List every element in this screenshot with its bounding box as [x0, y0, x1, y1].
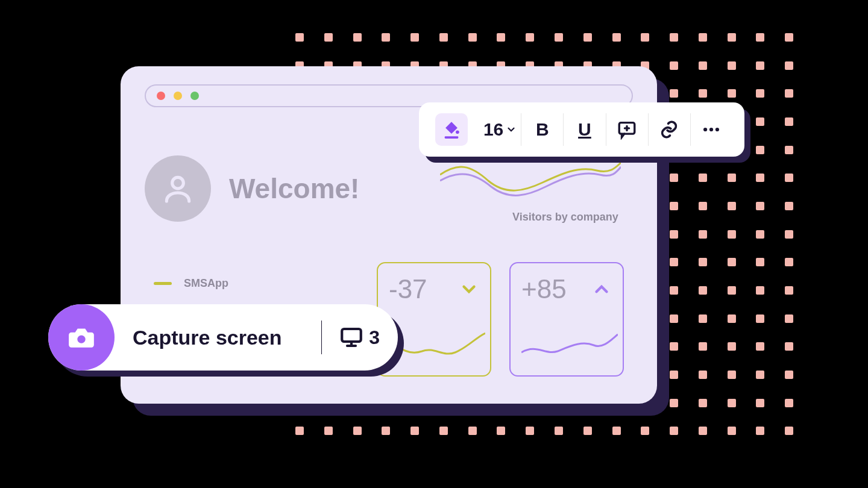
- chart-caption: Visitors by company: [512, 211, 618, 224]
- comment-add-icon: [617, 119, 637, 140]
- stat-trend-sparkline: [521, 322, 618, 364]
- chart-legend: SMSApp: [154, 277, 228, 290]
- comment-button[interactable]: [606, 113, 649, 146]
- avatar[interactable]: [145, 155, 211, 222]
- svg-point-4: [703, 128, 707, 131]
- stat-value: -37: [389, 274, 427, 304]
- screen-count-value: 3: [369, 327, 380, 349]
- traffic-light-maximize-icon[interactable]: [190, 92, 199, 100]
- screen-count[interactable]: 3: [339, 325, 380, 350]
- divider: [321, 321, 322, 354]
- chevron-up-icon: [591, 279, 612, 299]
- svg-point-0: [172, 177, 184, 189]
- underline-icon: U: [578, 119, 591, 140]
- user-icon: [161, 172, 195, 205]
- traffic-light-minimize-icon[interactable]: [174, 92, 182, 100]
- font-size-selector[interactable]: 16: [479, 113, 521, 146]
- text-format-toolbar: 16 B U: [419, 102, 744, 157]
- svg-point-6: [715, 128, 719, 131]
- capture-pill: Capture screen 3: [48, 304, 398, 371]
- paint-bucket-icon: [441, 119, 462, 140]
- more-button[interactable]: [691, 113, 732, 146]
- bold-button[interactable]: B: [521, 113, 564, 146]
- camera-icon: [66, 322, 96, 352]
- chevron-down-icon: [506, 124, 517, 135]
- link-icon: [659, 119, 679, 140]
- capture-screen-button[interactable]: [48, 304, 115, 371]
- stat-card-b[interactable]: +85: [509, 262, 624, 377]
- underline-button[interactable]: U: [564, 113, 606, 146]
- traffic-light-close-icon[interactable]: [157, 92, 165, 100]
- welcome-heading: Welcome!: [229, 172, 359, 205]
- svg-rect-8: [342, 329, 361, 342]
- svg-point-5: [709, 128, 713, 131]
- font-size-value: 16: [483, 119, 503, 140]
- chevron-down-icon: [459, 279, 479, 299]
- fill-color-button[interactable]: [431, 113, 479, 146]
- more-horizontal-icon: [701, 119, 722, 140]
- link-button[interactable]: [649, 113, 691, 146]
- svg-point-1: [456, 130, 459, 134]
- capture-label: Capture screen: [133, 326, 304, 349]
- legend-swatch: [154, 282, 172, 285]
- svg-rect-2: [445, 136, 459, 139]
- bold-icon: B: [536, 119, 549, 140]
- stat-value: +85: [521, 274, 567, 304]
- svg-point-7: [77, 335, 85, 343]
- legend-label: SMSApp: [184, 277, 228, 290]
- monitor-icon: [339, 325, 364, 350]
